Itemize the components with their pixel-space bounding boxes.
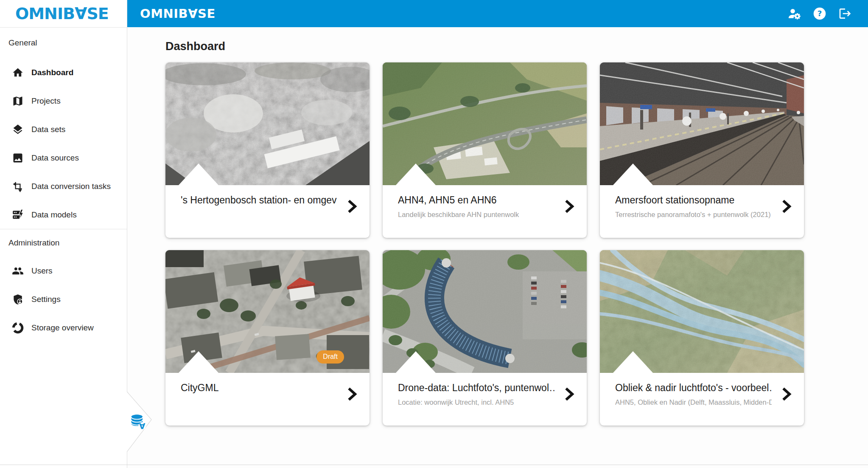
appbar-omnibase-logo: OMNIB∀SE [140, 6, 216, 21]
svg-text:∀: ∀ [139, 421, 146, 430]
users-icon [12, 265, 24, 277]
card-image-citygml: Draft [165, 250, 370, 373]
card-body: CityGML [165, 373, 370, 426]
card-body: Drone-data: Luchtfoto's, puntenwol… Loca… [383, 373, 587, 426]
sidebar-item-label: Storage overview [31, 323, 94, 333]
card-obliek-nadir[interactable]: Obliek & nadir luchtfoto's - voorbeel… A… [600, 250, 804, 426]
card-title: CityGML [181, 382, 337, 394]
sidebar-item-label: Data conversion tasks [31, 182, 111, 191]
sidebar-item-data-sources[interactable]: Data sources [0, 144, 127, 172]
chevron-right-icon[interactable] [779, 198, 793, 215]
logout-icon[interactable] [838, 7, 852, 20]
svg-text:?: ? [818, 9, 822, 18]
card-title: Obliek & nadir luchtfoto's - voorbeel… [615, 382, 772, 394]
card-body: Amersfoort stationsopname Terrestrische … [600, 185, 804, 238]
manage-account-icon[interactable] [787, 7, 801, 20]
sidebar-item-dashboard[interactable]: Dashboard [0, 58, 127, 87]
appbar-icons: ? [787, 7, 852, 20]
sidebar-menu-administration: Users Settings [0, 257, 127, 342]
main-content: Dashboard [128, 27, 868, 468]
sidebar-item-users[interactable]: Users [0, 257, 127, 285]
shield-settings-icon [12, 293, 24, 305]
sidebar-item-storage-overview[interactable]: Storage overview [0, 313, 127, 342]
card-hertogenbosch[interactable]: 's Hertogenbosch station- en omgev… [165, 62, 370, 238]
chevron-right-icon[interactable] [345, 386, 358, 403]
sidebar-section-administration: Administration [0, 229, 127, 257]
card-body: AHN4, AHN5 en AHN6 Landelijk beschikbare… [383, 185, 587, 238]
sidebar-item-label: Data sets [31, 125, 65, 134]
card-citygml[interactable]: Draft CityGML [165, 250, 370, 426]
sidebar-item-label: Dashboard [31, 68, 73, 77]
help-icon[interactable]: ? [813, 7, 826, 20]
card-title: AHN4, AHN5 en AHN6 [398, 194, 554, 206]
layers-icon [12, 124, 24, 135]
window-bottom-edge [0, 465, 868, 465]
database-icon: ∀ [129, 413, 146, 430]
sidebar-item-data-conversion-tasks[interactable]: Data conversion tasks [0, 172, 127, 200]
card-ahn[interactable]: AHN4, AHN5 en AHN6 Landelijk beschikbare… [383, 62, 587, 238]
map-icon [12, 95, 24, 107]
card-image-drone-data [383, 250, 587, 373]
page-title: Dashboard [165, 40, 225, 53]
sidebar-item-label: Users [31, 266, 53, 276]
card-subtitle: Locatie: woonwijk Utrecht, incl. AHN5 [398, 398, 554, 406]
home-icon [12, 67, 24, 79]
card-body: Obliek & nadir luchtfoto's - voorbeel… A… [600, 373, 804, 426]
app-window: OMNIB∀SE General Dashboard Projects [0, 0, 868, 468]
card-image-obliek-nadir [600, 250, 804, 373]
card-body: 's Hertogenbosch station- en omgev… [165, 185, 370, 238]
sidebar-item-data-sets[interactable]: Data sets [0, 115, 127, 144]
card-image-hertogenbosch [165, 62, 370, 185]
sidebar-item-label: Settings [31, 295, 61, 304]
sidebar-item-label: Data sources [31, 153, 79, 163]
sidebar-item-data-models[interactable]: Data models [0, 200, 127, 229]
sidebar-item-label: Projects [31, 96, 61, 106]
card-title: 's Hertogenbosch station- en omgev… [181, 194, 337, 206]
card-subtitle: AHN5, Obliek en Nadir (Delft, Maassluis,… [615, 398, 772, 406]
card-drone-data[interactable]: Drone-data: Luchtfoto's, puntenwol… Loca… [383, 250, 587, 426]
image-icon [12, 152, 24, 164]
appbar: OMNIB∀SE ? [127, 0, 868, 27]
card-subtitle: Terrestrische panoramafoto's + puntenwol… [615, 211, 772, 219]
data-models-icon [12, 209, 24, 221]
card-grid: 's Hertogenbosch station- en omgev… [165, 62, 804, 426]
card-amersfoort[interactable]: Amersfoort stationsopname Terrestrische … [600, 62, 804, 238]
card-image-ahn [383, 62, 587, 185]
sidebar-item-label: Data models [31, 210, 77, 220]
crop-icon [12, 180, 24, 192]
card-title: Amersfoort stationsopname [615, 194, 772, 206]
sidebar-header: OMNIB∀SE [0, 0, 127, 28]
sidebar-item-projects[interactable]: Projects [0, 87, 127, 115]
chevron-right-icon[interactable] [345, 198, 358, 215]
chevron-right-icon[interactable] [779, 386, 793, 403]
omnibase-logo: OMNIB∀SE [15, 4, 109, 23]
card-image-amersfoort [600, 62, 804, 185]
sidebar: OMNIB∀SE General Dashboard Projects [0, 0, 127, 468]
data-usage-icon [12, 322, 24, 334]
sidebar-section-general: General [0, 28, 127, 58]
card-subtitle: Landelijk beschikbare AHN puntenwolk [398, 211, 554, 219]
sidebar-item-settings[interactable]: Settings [0, 285, 127, 313]
chevron-right-icon[interactable] [562, 198, 576, 215]
sidebar-menu-general: Dashboard Projects Data sets Data source… [0, 58, 127, 229]
chevron-right-icon[interactable] [562, 386, 576, 403]
card-title: Drone-data: Luchtfoto's, puntenwol… [398, 382, 554, 394]
draft-badge: Draft [316, 350, 344, 364]
